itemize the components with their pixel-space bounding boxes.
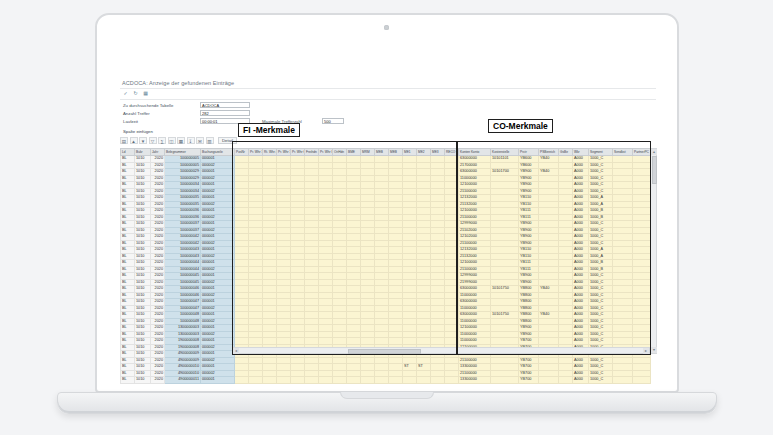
- page: ACDOCA: Anzeige der gefundenen Einträge …: [0, 0, 773, 435]
- vertical-scrollbar[interactable]: ▲ ▼: [650, 148, 657, 354]
- col-header-orihdn[interactable]: OriHdn: [333, 149, 347, 156]
- col-header-gsbe[interactable]: GsBe: [559, 149, 573, 156]
- col-header-partnerpc[interactable]: PartnerPC: [633, 149, 651, 156]
- cell-posnr[interactable]: [235, 377, 249, 384]
- sum-icon[interactable]: ∑: [158, 137, 166, 144]
- cell-me3[interactable]: [431, 377, 445, 384]
- cell-rtwhr4[interactable]: [263, 377, 277, 384]
- cell-orihdn[interactable]: [333, 377, 347, 384]
- app-toolbar: ✓↻▦: [122, 90, 149, 97]
- scroll-up-icon[interactable]: ▲: [651, 149, 657, 155]
- col-header-beleg[interactable]: Belegnummer: [165, 149, 201, 156]
- hits-input[interactable]: 282: [200, 110, 250, 116]
- max-hits-input[interactable]: 500: [322, 118, 344, 124]
- subtotal-icon[interactable]: ◫: [168, 137, 176, 144]
- col-header-bukr[interactable]: Bukr: [135, 149, 151, 156]
- cell-kst[interactable]: [491, 377, 519, 384]
- cell-bme[interactable]: [347, 377, 361, 384]
- cell-prwhr8[interactable]: [319, 377, 333, 384]
- cell-konto[interactable]: 13300000: [459, 377, 491, 384]
- cell-reco[interactable]: [445, 377, 459, 384]
- co-merkmale-label: CO-Merkmale: [488, 119, 553, 133]
- col-header-prwhr6[interactable]: Pr. Whr 6: [291, 149, 305, 156]
- filter-icon[interactable]: ▽: [149, 137, 157, 144]
- detail-button[interactable]: Detail: [218, 137, 237, 144]
- export-icon[interactable]: ▦: [177, 137, 185, 144]
- horizontal-scroll-thumb[interactable]: [348, 349, 421, 354]
- cell-mrm[interactable]: [361, 377, 375, 384]
- col-header-me3[interactable]: ME3: [431, 149, 445, 156]
- cell-partnerpc[interactable]: [633, 377, 651, 384]
- col-header-konto[interactable]: Konten Konto: [459, 149, 491, 156]
- col-header-mrm[interactable]: MRM: [361, 149, 375, 156]
- cell-segment[interactable]: 1000_C: [589, 377, 613, 384]
- cell-gsbe[interactable]: [559, 377, 573, 384]
- col-header-wkr[interactable]: Wkr: [573, 149, 589, 156]
- col-header-segment[interactable]: Segment: [589, 149, 613, 156]
- grid-toolbar: ▤▲▼▽∑◫▦↧✉▥ Detail: [120, 137, 237, 144]
- cell-jahr[interactable]: 2020: [151, 377, 165, 384]
- laptop-screen: ACDOCA: Anzeige der gefundenen Einträge …: [95, 13, 679, 393]
- col-header-rtwhr4[interactable]: Rt. Whr 4: [263, 149, 277, 156]
- fi-merkmale-label: FI -Merkmale: [238, 123, 300, 137]
- cell-zeile[interactable]: 000001: [201, 377, 235, 384]
- cell-bukr[interactable]: 1010: [135, 377, 151, 384]
- col-header-freihdn[interactable]: Freihdn: [305, 149, 319, 156]
- col-header-prwhr8[interactable]: Pr. Whr 8: [319, 149, 333, 156]
- cell-prwhr3b[interactable]: [277, 377, 291, 384]
- divider: [120, 99, 656, 100]
- cell-freihdn[interactable]: [305, 377, 319, 384]
- col-header-bme[interactable]: BME: [347, 149, 361, 156]
- col-header-prwhr3[interactable]: Pr. Whr 3: [249, 149, 263, 156]
- mail-icon[interactable]: ✉: [196, 137, 204, 144]
- col-header-prwhr3b[interactable]: Pr. Whr 3: [277, 149, 291, 156]
- scroll-down-icon[interactable]: ▼: [651, 347, 657, 353]
- check-icon[interactable]: ✓: [122, 90, 129, 97]
- table-name-label: Zu durchsuchende Tabelle: [123, 103, 173, 108]
- cell-beleg[interactable]: 4900000011: [165, 377, 201, 384]
- sort-asc-icon[interactable]: ▲: [130, 137, 138, 144]
- insert-column-link[interactable]: Spalte einfügen: [123, 129, 153, 134]
- cell-meb2[interactable]: [389, 377, 403, 384]
- sort-desc-icon[interactable]: ▼: [139, 137, 147, 144]
- col-header-jahr[interactable]: Jahr: [151, 149, 165, 156]
- col-header-zeile[interactable]: Buchungszeile: [201, 149, 235, 156]
- scroll-right-icon[interactable]: ►: [643, 348, 649, 354]
- page-title: ACDOCA: Anzeige der gefundenen Einträge: [122, 80, 234, 86]
- print-icon[interactable]: ▦: [142, 90, 149, 97]
- refresh-icon[interactable]: ↻: [132, 90, 139, 97]
- col-header-prctr[interactable]: Prctr: [519, 149, 539, 156]
- col-header-sendkst[interactable]: Sendkst: [613, 149, 633, 156]
- col-header-meb1[interactable]: MEB: [375, 149, 389, 156]
- cell-meb1[interactable]: [375, 377, 389, 384]
- runtime-label: Laufzeit: [123, 119, 138, 124]
- col-header-reco[interactable]: RECO: [445, 149, 459, 156]
- cell-sendkst[interactable]: [613, 377, 633, 384]
- cell-me2[interactable]: [417, 377, 431, 384]
- table-row[interactable]: BL10102020490000001100000113300000YB700A…: [121, 377, 651, 384]
- col-header-meb2[interactable]: MEB: [389, 149, 403, 156]
- download-icon[interactable]: ↧: [187, 137, 195, 144]
- cell-ld[interactable]: BL: [121, 377, 135, 384]
- cell-psber[interactable]: [539, 377, 559, 384]
- table-name-input[interactable]: ACDOCA: [200, 102, 250, 108]
- cell-prwhr3[interactable]: [249, 377, 263, 384]
- details-icon[interactable]: ▤: [120, 137, 128, 144]
- scroll-left-icon[interactable]: ◄: [233, 348, 239, 354]
- cell-wkr[interactable]: A000: [573, 377, 589, 384]
- col-header-me1[interactable]: ME1: [403, 149, 417, 156]
- cell-prwhr6[interactable]: [291, 377, 305, 384]
- layout-icon[interactable]: ▥: [206, 137, 214, 144]
- col-header-psber[interactable]: PSBereich: [539, 149, 559, 156]
- cell-me1[interactable]: [403, 377, 417, 384]
- col-header-posnr[interactable]: PosNr: [235, 149, 249, 156]
- col-header-kst[interactable]: Kostenstelle: [491, 149, 519, 156]
- sap-window: ACDOCA: Anzeige der gefundenen Einträge …: [120, 77, 657, 365]
- col-header-me2[interactable]: ME2: [417, 149, 431, 156]
- vertical-scroll-thumb[interactable]: [652, 156, 657, 184]
- cell-prctr[interactable]: YB700: [519, 377, 539, 384]
- horizontal-scrollbar[interactable]: ◄ ►: [232, 347, 650, 354]
- col-header-ld[interactable]: Ld: [121, 149, 135, 156]
- laptop-base-notch: [340, 392, 434, 399]
- divider: [120, 88, 656, 89]
